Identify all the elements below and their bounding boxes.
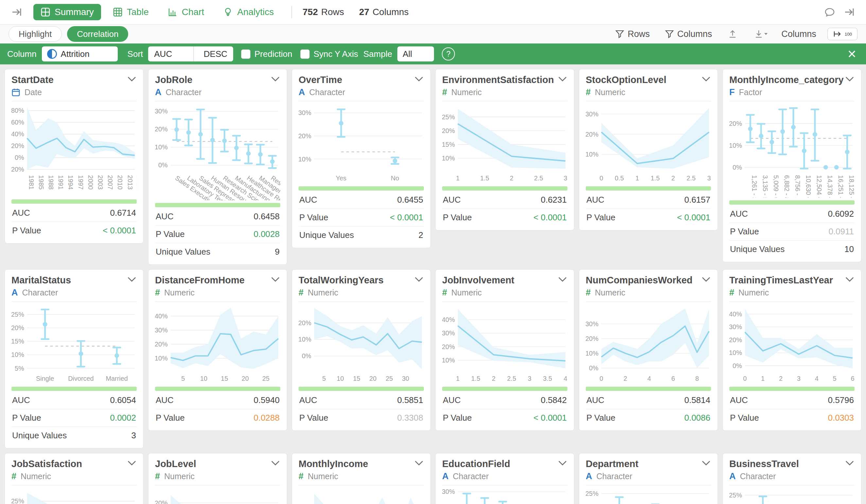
svg-text:Single: Single (36, 375, 54, 382)
svg-text:40%: 40% (11, 131, 24, 138)
tab-chart[interactable]: Chart (160, 4, 211, 20)
help-icon[interactable]: ? (442, 47, 455, 60)
sort-select[interactable]: AUC DESC (148, 46, 233, 61)
svg-text:2.5: 2.5 (534, 175, 543, 182)
chevron-down-icon[interactable] (701, 275, 711, 284)
sort-direction-select[interactable]: DESC (198, 46, 233, 61)
stat-row-auc: AUC0.5940 (155, 392, 280, 409)
svg-text:0%: 0% (302, 353, 311, 360)
prediction-checkbox[interactable] (241, 49, 251, 59)
chevron-down-icon[interactable] (270, 459, 280, 467)
svg-text:0%: 0% (733, 164, 742, 171)
svg-text:Yes: Yes (336, 175, 346, 182)
svg-text:2: 2 (623, 375, 627, 382)
divider (193, 46, 194, 61)
card-stats: AUC0.6157P Value< 0.0001 (586, 191, 711, 226)
column-chart: 0%10%20%30%Human Resourc...Technical Deg… (442, 488, 567, 504)
svg-text:20%: 20% (155, 500, 168, 504)
svg-text:1: 1 (635, 175, 639, 182)
svg-text:18,125 -: 18,125 - (848, 175, 855, 198)
svg-text:3: 3 (564, 175, 567, 182)
sample-select[interactable]: All (397, 46, 434, 61)
columns-limit-input[interactable]: 100 (828, 28, 857, 40)
chevron-down-icon[interactable] (701, 459, 711, 467)
svg-text:15: 15 (221, 375, 228, 382)
card-numcompaniesworked: NumCompaniesWorked#Numeric0%10%20%30%024… (579, 269, 718, 431)
tab-analytics[interactable]: Analytics (216, 4, 281, 20)
stat-row-unique-values: Unique Values2 (299, 226, 424, 244)
filter-rows-button[interactable]: Rows (613, 29, 652, 40)
svg-text:30%: 30% (155, 327, 168, 334)
chevron-down-icon[interactable] (127, 75, 137, 83)
expand-sidebar-icon[interactable] (9, 4, 25, 20)
stat-row-p-value: P Value0.0086 (586, 409, 711, 427)
chevron-down-icon[interactable] (558, 459, 567, 467)
rows-count: 752Rows (302, 7, 344, 17)
svg-text:10%: 10% (729, 349, 742, 357)
stat-value: < 0.0001 (390, 212, 423, 223)
factor-f-icon: F (729, 88, 735, 97)
stat-value: < 0.0001 (677, 212, 710, 223)
svg-text:16,251 -: 16,251 - (837, 175, 844, 198)
sort-field-select[interactable]: AUC (148, 46, 189, 61)
chevron-down-icon[interactable] (701, 75, 711, 83)
chevron-down-icon[interactable] (845, 459, 855, 467)
chevron-down-icon[interactable] (414, 75, 424, 83)
card-maritalstatus: MaritalStatusACharacter5%10%15%20%25%Sin… (4, 269, 144, 448)
summary-toolbar: Highlight Correlation Rows Columns (0, 24, 866, 44)
svg-text:30%: 30% (586, 111, 599, 117)
upload-icon[interactable] (725, 26, 740, 42)
stat-value: 0.6458 (254, 212, 280, 222)
stat-label: P Value (156, 413, 185, 423)
stat-label: Unique Values (730, 244, 785, 254)
stat-row-auc: AUC0.6157 (586, 191, 711, 209)
stat-row-p-value: P Value0.0028 (155, 225, 280, 243)
chevron-down-icon[interactable] (127, 275, 137, 284)
tab-table[interactable]: Table (106, 4, 156, 20)
maps-to-icon (833, 30, 842, 38)
svg-text:10%: 10% (299, 156, 311, 163)
svg-text:1.5: 1.5 (471, 375, 480, 382)
svg-text:10%: 10% (586, 151, 599, 158)
filter-columns-button[interactable]: Columns (663, 29, 714, 40)
card-title: MaritalStatus (11, 275, 71, 285)
chevron-down-icon[interactable] (270, 275, 280, 284)
svg-text:40%: 40% (442, 316, 455, 324)
chevron-down-icon[interactable] (414, 275, 424, 284)
card-monthlyincome: MonthlyIncome#Numeric0%10%20%51015 (292, 453, 431, 504)
svg-text:1.5: 1.5 (651, 175, 660, 182)
chevron-down-icon[interactable] (845, 275, 855, 284)
target-column-select[interactable]: Attrition (42, 46, 118, 61)
stat-value: 0.5814 (684, 395, 710, 405)
card-stats: AUC0.5851P Value0.3308 (299, 392, 424, 427)
correlation-button[interactable]: Correlation (67, 26, 128, 42)
chevron-down-icon[interactable] (127, 459, 137, 467)
chevron-down-icon[interactable] (558, 275, 567, 284)
numeric-hash-icon: # (155, 288, 160, 297)
highlight-button[interactable]: Highlight (9, 26, 62, 42)
download-icon[interactable] (751, 26, 770, 42)
svg-text:2: 2 (671, 175, 675, 182)
column-chart: 10%15%20%25%SalesHuman Resourc...Researc… (586, 488, 711, 504)
tab-chart-label: Chart (182, 7, 204, 17)
chevron-down-icon[interactable] (845, 75, 855, 83)
card-businesstravel: BusinessTravelACharacter5%10%15%20%25%Tr… (722, 453, 862, 504)
stat-label: P Value (12, 225, 41, 236)
stat-value: < 0.0001 (533, 413, 567, 423)
column-label: Column (7, 49, 37, 59)
svg-text:5: 5 (181, 375, 185, 382)
svg-text:20%: 20% (299, 132, 311, 139)
chevron-down-icon[interactable] (414, 459, 424, 467)
collapse-panel-icon[interactable] (841, 4, 857, 20)
tab-summary[interactable]: Summary (33, 4, 101, 20)
card-stats: AUC0.6458P Value0.0028Unique Values9 (155, 208, 280, 260)
comment-icon[interactable] (822, 4, 838, 20)
close-icon[interactable] (845, 49, 859, 59)
svg-text:20%: 20% (155, 341, 168, 348)
prediction-checkbox-group: Prediction (241, 49, 292, 59)
chevron-down-icon[interactable] (558, 75, 567, 83)
chevron-down-icon[interactable] (270, 75, 280, 83)
sync-y-axis-checkbox[interactable] (300, 49, 310, 59)
svg-text:2: 2 (779, 375, 782, 382)
character-a-icon: A (299, 88, 305, 97)
